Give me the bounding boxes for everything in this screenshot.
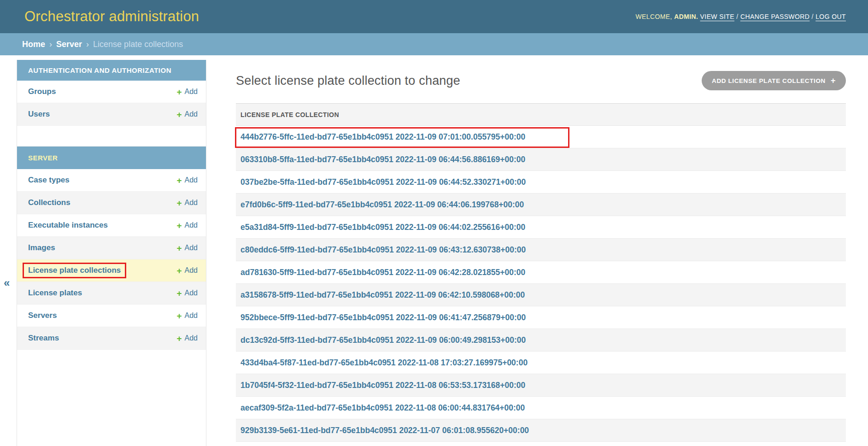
- change-password-link[interactable]: CHANGE PASSWORD: [740, 13, 809, 20]
- collection-link[interactable]: a3158678-5ff9-11ed-bd77-65e1bb4c0951 202…: [240, 290, 525, 300]
- add-link-label: Add: [185, 199, 198, 207]
- sidebar-item-servers: Servers+Add: [17, 305, 206, 327]
- plus-icon: +: [176, 266, 182, 275]
- collection-link[interactable]: 1b7045f4-5f32-11ed-bd77-65e1bb4c0951 202…: [240, 381, 525, 390]
- collection-link[interactable]: ad781630-5ff9-11ed-bd77-65e1bb4c0951 202…: [240, 268, 525, 277]
- plus-icon: +: [831, 76, 836, 85]
- add-link-label: Add: [185, 110, 198, 118]
- add-images-link[interactable]: +Add: [176, 244, 198, 252]
- plus-icon: +: [176, 110, 182, 119]
- app-header: Orchestrator administration WELCOME, ADM…: [0, 0, 868, 33]
- add-link-label: Add: [185, 266, 198, 275]
- sidebar-item-case-types: Case types+Add: [17, 169, 206, 192]
- add-groups-link[interactable]: +Add: [176, 88, 198, 96]
- collection-link[interactable]: c80eddc6-5ff9-11ed-bd77-65e1bb4c0951 202…: [240, 245, 526, 255]
- table-row: 929b3139-5e61-11ed-bd77-65e1bb4c0951 202…: [236, 419, 846, 442]
- plus-icon: +: [176, 311, 182, 320]
- add-license-plate-collections-link[interactable]: +Add: [176, 266, 198, 275]
- add-streams-link[interactable]: +Add: [176, 334, 198, 343]
- table-row: 433d4ba4-5f87-11ed-bd77-65e1bb4c0951 202…: [236, 352, 846, 374]
- license-plates-link[interactable]: License plates: [28, 288, 82, 298]
- plus-icon: +: [176, 221, 182, 230]
- collection-link[interactable]: e5a31d84-5ff9-11ed-bd77-65e1bb4c0951 202…: [240, 223, 525, 232]
- table-row: aecaf309-5f2a-11ed-bd77-65e1bb4c0951 202…: [236, 397, 846, 419]
- executable-instances-link[interactable]: Executable instances: [28, 221, 108, 230]
- table-row: e5a31d84-5ff9-11ed-bd77-65e1bb4c0951 202…: [236, 216, 846, 239]
- table-row: dc13c92d-5ff3-11ed-bd77-65e1bb4c0951 202…: [236, 329, 846, 352]
- main-header: Select license plate collection to chang…: [236, 71, 846, 90]
- table-row: ad781630-5ff9-11ed-bd77-65e1bb4c0951 202…: [236, 261, 846, 284]
- servers-link[interactable]: Servers: [28, 311, 57, 320]
- page: Orchestrator administration WELCOME, ADM…: [0, 0, 868, 446]
- collection-link[interactable]: 952bbece-5ff9-11ed-bd77-65e1bb4c0951 202…: [240, 313, 526, 323]
- sidebar-section-authentication-and-authorization[interactable]: AUTHENTICATION AND AUTHORIZATION: [17, 60, 206, 81]
- page-title: Select license plate collection to chang…: [236, 74, 460, 88]
- plus-icon: +: [176, 176, 182, 185]
- add-link-label: Add: [185, 176, 198, 184]
- add-link-label: Add: [185, 88, 198, 96]
- add-button-label: ADD LICENSE PLATE COLLECTION: [712, 77, 826, 84]
- table-header-row: LICENSE PLATE COLLECTION: [236, 104, 846, 126]
- collection-link[interactable]: 433d4ba4-5f87-11ed-bd77-65e1bb4c0951 202…: [240, 358, 528, 368]
- changelist-table: LICENSE PLATE COLLECTION 444b2776-5ffc-1…: [236, 103, 846, 442]
- add-license-plates-link[interactable]: +Add: [176, 289, 198, 298]
- breadcrumb-current: License plate collections: [93, 40, 183, 49]
- sidebar-item-streams: Streams+Add: [17, 327, 206, 350]
- user-tools: WELCOME, ADMIN. VIEW SITE / CHANGE PASSW…: [635, 13, 846, 20]
- table-row: 1b7045f4-5f32-11ed-bd77-65e1bb4c0951 202…: [236, 374, 846, 397]
- breadcrumb-server-link[interactable]: Server: [56, 40, 82, 49]
- table-body: 444b2776-5ffc-11ed-bd77-65e1bb4c0951 202…: [236, 126, 846, 442]
- log-out-link[interactable]: LOG OUT: [815, 13, 846, 20]
- plus-icon: +: [176, 244, 182, 252]
- plus-icon: +: [176, 334, 182, 343]
- table-row: 037be2be-5ffa-11ed-bd77-65e1bb4c0951 202…: [236, 171, 846, 194]
- main-content: Select license plate collection to chang…: [236, 55, 846, 442]
- license-plate-collections-link[interactable]: License plate collections: [23, 263, 126, 278]
- collection-link[interactable]: 444b2776-5ffc-11ed-bd77-65e1bb4c0951 202…: [240, 132, 525, 142]
- add-servers-link[interactable]: +Add: [176, 311, 198, 320]
- sidebar-section-server[interactable]: SERVER: [17, 147, 206, 169]
- separator: /: [809, 13, 815, 20]
- add-license-plate-collection-button[interactable]: ADD LICENSE PLATE COLLECTION +: [702, 71, 846, 90]
- add-collections-link[interactable]: +Add: [176, 199, 198, 207]
- plus-icon: +: [176, 88, 182, 96]
- add-executable-instances-link[interactable]: +Add: [176, 221, 198, 230]
- sidebar-item-users: Users+Add: [17, 103, 206, 126]
- add-link-label: Add: [185, 289, 198, 297]
- sidebar-item-license-plates: License plates+Add: [17, 282, 206, 305]
- collection-link[interactable]: 929b3139-5e61-11ed-bd77-65e1bb4c0951 202…: [240, 426, 529, 435]
- collection-link[interactable]: aecaf309-5f2a-11ed-bd77-65e1bb4c0951 202…: [240, 403, 525, 413]
- sidebar: AUTHENTICATION AND AUTHORIZATIONGroups+A…: [17, 60, 206, 446]
- add-users-link[interactable]: +Add: [176, 110, 198, 119]
- collection-link[interactable]: 037be2be-5ffa-11ed-bd77-65e1bb4c0951 202…: [240, 177, 526, 187]
- table-row: 063310b8-5ffa-11ed-bd77-65e1bb4c0951 202…: [236, 148, 846, 171]
- table-row: c80eddc6-5ff9-11ed-bd77-65e1bb4c0951 202…: [236, 239, 846, 261]
- streams-link[interactable]: Streams: [28, 334, 59, 343]
- add-link-label: Add: [185, 221, 198, 229]
- add-link-label: Add: [185, 244, 198, 252]
- plus-icon: +: [176, 289, 182, 298]
- view-site-link[interactable]: VIEW SITE: [700, 13, 734, 20]
- table-row: e7fd0b6c-5ff9-11ed-bd77-65e1bb4c0951 202…: [236, 194, 846, 216]
- collection-link[interactable]: e7fd0b6c-5ff9-11ed-bd77-65e1bb4c0951 202…: [240, 200, 524, 210]
- breadcrumb-home-link[interactable]: Home: [22, 40, 45, 49]
- collections-link[interactable]: Collections: [28, 198, 70, 207]
- case-types-link[interactable]: Case types: [28, 176, 70, 185]
- column-header-license-plate-collection[interactable]: LICENSE PLATE COLLECTION: [240, 111, 339, 118]
- images-link[interactable]: Images: [28, 243, 55, 252]
- breadcrumb-separator: ›: [49, 40, 52, 49]
- add-case-types-link[interactable]: +Add: [176, 176, 198, 185]
- sidebar-item-groups: Groups+Add: [17, 81, 206, 103]
- collection-link[interactable]: dc13c92d-5ff3-11ed-bd77-65e1bb4c0951 202…: [240, 335, 526, 345]
- breadcrumb-separator: ›: [86, 40, 89, 49]
- sidebar-collapse-toggle[interactable]: «: [4, 276, 10, 289]
- groups-link[interactable]: Groups: [28, 87, 56, 96]
- collection-link[interactable]: 063310b8-5ffa-11ed-bd77-65e1bb4c0951 202…: [240, 155, 525, 164]
- plus-icon: +: [176, 199, 182, 207]
- sidebar-section-gap: [17, 126, 206, 147]
- table-row: a3158678-5ff9-11ed-bd77-65e1bb4c0951 202…: [236, 284, 846, 306]
- breadcrumb: Home›Server›License plate collections: [0, 33, 868, 55]
- add-link-label: Add: [185, 311, 198, 320]
- users-link[interactable]: Users: [28, 110, 50, 119]
- site-title[interactable]: Orchestrator administration: [24, 8, 199, 25]
